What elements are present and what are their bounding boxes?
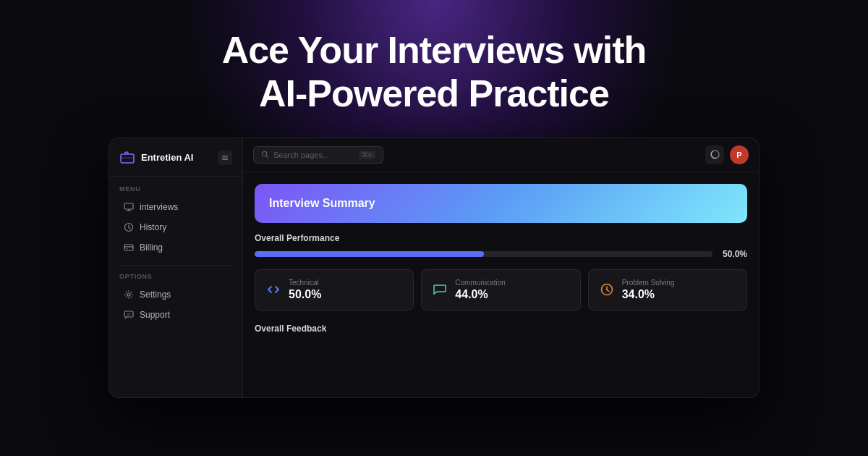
menu-section-label: MENU <box>109 185 242 197</box>
sidebar-divider <box>119 265 232 266</box>
interview-icon <box>124 202 134 212</box>
overall-feedback-label: Overall Feedback <box>255 321 747 334</box>
sidebar-item-label-billing: Billing <box>140 242 163 253</box>
svg-point-12 <box>606 289 608 290</box>
hero-section: Ace Your Interviews with AI-Powered Prac… <box>222 0 647 138</box>
support-icon <box>124 310 134 320</box>
svg-point-8 <box>127 293 130 296</box>
summary-banner-title: Interview Summary <box>269 197 375 210</box>
logo-icon <box>119 150 135 166</box>
svg-rect-4 <box>124 203 133 209</box>
history-icon <box>124 222 134 232</box>
sidebar-item-label-settings: Settings <box>140 290 171 300</box>
progress-bar-background <box>255 251 712 257</box>
metric-info-technical: Technical 50.0% <box>289 279 321 301</box>
search-box[interactable]: Search pages... ⌘K <box>253 146 383 164</box>
svg-rect-1 <box>222 156 228 156</box>
app-window: Entretien AI MENU interviews His <box>109 138 760 398</box>
search-shortcut: ⌘K <box>359 151 375 159</box>
svg-rect-3 <box>222 159 228 159</box>
hero-title: Ace Your Interviews with AI-Powered Prac… <box>222 29 647 116</box>
metric-card-technical: Technical 50.0% <box>255 269 414 311</box>
content-area: Interview Summary Overall Performance 50… <box>243 172 759 397</box>
options-section-label: OPTIONS <box>109 273 242 284</box>
sidebar-collapse-button[interactable] <box>218 151 232 165</box>
metric-value-communication: 44.0% <box>455 288 505 301</box>
metric-label-communication: Communication <box>455 279 505 287</box>
sidebar-item-billing[interactable]: Billing <box>114 237 238 258</box>
overall-performance-value: 50.0% <box>720 249 747 259</box>
overall-performance-label: Overall Performance <box>255 233 747 243</box>
metric-value-technical: 50.0% <box>289 288 321 301</box>
svg-rect-6 <box>124 245 133 250</box>
metric-info-problem-solving: Problem Solving 34.0% <box>622 279 675 301</box>
moon-icon <box>710 150 720 159</box>
sidebar-item-label-support: Support <box>140 310 170 320</box>
metric-card-communication: Communication 44.0% <box>421 269 580 311</box>
sidebar-item-history[interactable]: History <box>114 217 238 237</box>
chat-icon <box>432 282 448 297</box>
metric-label-technical: Technical <box>289 279 321 287</box>
metric-label-problem-solving: Problem Solving <box>622 279 675 287</box>
topbar: Search pages... ⌘K P <box>243 138 759 172</box>
search-placeholder: Search pages... <box>273 151 354 159</box>
sidebar-item-interviews[interactable]: interviews <box>114 197 238 217</box>
metrics-row: Technical 50.0% Communication 44.0% <box>255 269 747 311</box>
settings-icon <box>124 290 134 300</box>
user-avatar[interactable]: P <box>730 145 749 164</box>
metric-value-problem-solving: 34.0% <box>622 288 675 301</box>
clock-icon <box>599 282 615 297</box>
summary-banner: Interview Summary <box>255 184 747 223</box>
search-icon <box>261 151 269 159</box>
svg-rect-7 <box>126 248 128 249</box>
sidebar-logo: Entretien AI <box>109 150 242 177</box>
progress-bar-fill <box>255 251 484 257</box>
sidebar: Entretien AI MENU interviews His <box>109 138 243 397</box>
svg-point-10 <box>262 151 266 156</box>
metric-info-communication: Communication 44.0% <box>455 279 505 301</box>
code-icon <box>265 282 281 297</box>
sidebar-item-label-history: History <box>140 222 166 232</box>
metric-card-problem-solving: Problem Solving 34.0% <box>588 269 747 311</box>
performance-bar-container: 50.0% <box>255 249 747 259</box>
main-content: Search pages... ⌘K P Interview Summary O… <box>243 138 759 397</box>
billing-icon <box>124 242 134 253</box>
logo-text: Entretien AI <box>141 152 193 163</box>
dark-mode-button[interactable] <box>705 145 724 164</box>
svg-rect-2 <box>222 157 228 158</box>
sidebar-item-support[interactable]: Support <box>114 305 238 325</box>
svg-rect-0 <box>121 154 134 163</box>
sidebar-item-label-interviews: interviews <box>140 202 178 212</box>
sidebar-item-settings[interactable]: Settings <box>114 284 238 305</box>
